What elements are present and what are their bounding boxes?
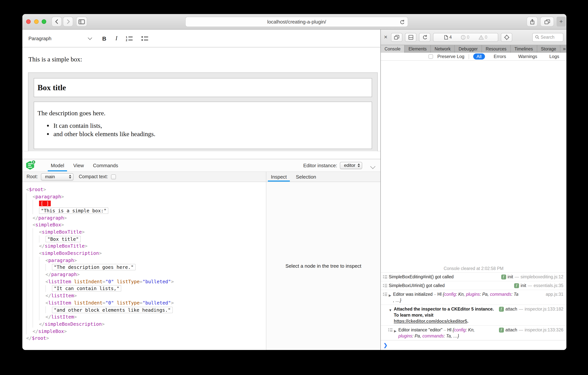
page-resources-item[interactable]: 4 xyxy=(444,35,452,40)
model-tree-line[interactable]: <simpleBoxTitle> xyxy=(26,228,266,235)
model-tree-line[interactable]: "This is a simple box:" xyxy=(26,207,266,214)
tab-resources[interactable]: Resources xyxy=(482,45,511,53)
list-item[interactable]: It can contain lists, xyxy=(53,122,368,130)
model-text-node[interactable]: "It can contain lists," xyxy=(52,285,121,292)
zoom-window-button[interactable] xyxy=(42,19,46,24)
detach-inspector-button[interactable] xyxy=(391,33,402,42)
collapse-triangle-icon[interactable]: ▼ xyxy=(389,307,392,313)
address-bar[interactable]: localhost/creating-a-plugin/ xyxy=(185,17,408,27)
detach-window-icon xyxy=(394,35,399,40)
badge-label: init xyxy=(507,274,513,280)
source-location-link[interactable]: app.js:31 xyxy=(546,291,563,297)
model-tree-line[interactable]: <listItem listIndent="0" listType="bulle… xyxy=(26,278,266,285)
editor-editable-area[interactable]: This is a simple box: Box title The desc… xyxy=(22,47,380,151)
dock-bottom-icon xyxy=(408,35,413,40)
root-select[interactable]: main xyxy=(41,173,74,180)
model-tree-line[interactable]: <listItem listIndent="0" listType="bulle… xyxy=(26,299,266,306)
heading-dropdown[interactable]: Paragraph xyxy=(28,35,91,41)
model-tree-line[interactable]: </simpleBox> xyxy=(26,328,266,335)
editor-instance-select[interactable]: editor xyxy=(340,162,362,169)
more-tabs-button[interactable]: » xyxy=(560,45,567,53)
errors-item[interactable]: 0 xyxy=(461,35,469,40)
filter-warnings[interactable]: Warnings xyxy=(515,54,541,60)
model-tree-line[interactable]: <simpleBox> xyxy=(26,221,266,228)
warnings-item[interactable]: 0 xyxy=(478,35,487,40)
bold-button[interactable]: B xyxy=(102,35,106,42)
list-item[interactable]: and other block elements like headings. xyxy=(53,131,368,138)
model-tree-line[interactable]: </$root> xyxy=(26,335,266,342)
tab-debugger[interactable]: Debugger xyxy=(455,45,482,53)
tab-commands[interactable]: Commands xyxy=(88,159,123,171)
expand-triangle-icon[interactable]: ▶ xyxy=(394,328,397,334)
simple-box-description[interactable]: The description goes here. It can contai… xyxy=(34,102,372,149)
forward-button[interactable] xyxy=(63,17,73,27)
model-tree-line[interactable]: </listItem> xyxy=(26,313,266,320)
model-text-node[interactable]: "This is a simple box:" xyxy=(39,207,108,214)
model-tree-line[interactable]: <$root> xyxy=(26,186,266,193)
indent-guide xyxy=(45,285,52,292)
model-tree-line[interactable]: <paragraph> xyxy=(26,193,266,200)
compact-text-checkbox[interactable] xyxy=(111,174,116,179)
model-tree-line[interactable]: "and other block elements like headings.… xyxy=(26,306,266,313)
source-location-link[interactable]: inspector.js:133:182 xyxy=(525,306,563,312)
filter-logs[interactable]: Logs xyxy=(546,54,563,60)
collapse-inspector-chevron-icon[interactable] xyxy=(370,164,376,167)
model-tree-line[interactable]: [ ] xyxy=(26,200,266,207)
close-window-button[interactable] xyxy=(26,19,31,24)
console-prompt[interactable]: ❯ xyxy=(381,340,567,350)
intro-paragraph[interactable]: This is a simple box: xyxy=(28,56,380,63)
expand-triangle-icon[interactable]: ▶ xyxy=(389,292,391,298)
new-tab-button[interactable]: + xyxy=(556,17,566,27)
filter-errors[interactable]: Errors xyxy=(490,54,509,60)
console-link[interactable]: https://ckeditor.com/docs/ckeditor5 xyxy=(394,319,467,323)
tab-network[interactable]: Network xyxy=(431,45,455,53)
tab-selection[interactable]: Selection xyxy=(291,172,321,182)
filter-all[interactable]: All xyxy=(473,54,485,60)
tab-storage[interactable]: Storage xyxy=(537,45,560,53)
model-tree-line[interactable]: </paragraph> xyxy=(26,214,266,221)
model-text-node[interactable]: "Box title" xyxy=(45,236,81,242)
numbered-list-button[interactable]: 1 2 xyxy=(126,35,133,41)
svg-text:2: 2 xyxy=(126,38,127,41)
model-tree-line[interactable]: <paragraph> xyxy=(26,257,266,264)
bulleted-list-button[interactable] xyxy=(141,35,148,41)
source-location-link[interactable]: simpleboxediting.js:12 xyxy=(521,274,563,280)
model-tree-line[interactable]: "It can contain lists," xyxy=(26,285,266,292)
close-inspector-button[interactable]: ✕ xyxy=(384,34,388,40)
show-tabs-button[interactable] xyxy=(540,17,554,27)
tab-inspect[interactable]: Inspect xyxy=(266,172,291,182)
inspector-search-field[interactable]: Search xyxy=(532,33,563,42)
tab-view[interactable]: View xyxy=(69,159,88,171)
model-tree-line[interactable]: </simpleBoxTitle> xyxy=(26,243,266,250)
ckeditor-logo-icon: 5 xyxy=(26,161,34,170)
tab-model[interactable]: Model xyxy=(46,159,69,171)
tab-console[interactable]: Console xyxy=(381,45,405,53)
dock-inspector-button[interactable] xyxy=(405,33,416,42)
inspector-tabs: Model View Commands xyxy=(46,159,123,171)
italic-button[interactable]: I xyxy=(115,35,117,42)
preserve-log-checkbox[interactable] xyxy=(429,54,433,59)
model-tree-line[interactable]: "The description goes here." xyxy=(26,264,266,271)
model-tree-line[interactable]: </simpleBoxDescription> xyxy=(26,320,266,327)
simple-box-title[interactable]: Box title xyxy=(34,78,372,97)
minimize-window-button[interactable] xyxy=(34,19,39,24)
share-button[interactable] xyxy=(527,17,538,27)
simple-box-widget[interactable]: Box title The description goes here. It … xyxy=(28,72,378,154)
tab-timelines[interactable]: Timelines xyxy=(511,45,537,53)
reload-page-button[interactable] xyxy=(419,33,430,42)
sidebar-button[interactable] xyxy=(76,17,87,27)
model-text-node[interactable]: "The description goes here." xyxy=(52,264,136,271)
model-text-node[interactable]: "and other block elements like headings.… xyxy=(52,307,173,313)
back-button[interactable] xyxy=(52,17,62,27)
model-tree-line[interactable]: </listItem> xyxy=(26,292,266,299)
tab-elements[interactable]: Elements xyxy=(405,45,431,53)
reload-icon[interactable] xyxy=(400,19,405,25)
model-tree-line[interactable]: <simpleBoxDescription> xyxy=(26,250,266,256)
model-tree-line[interactable]: </paragraph> xyxy=(26,271,266,278)
resource-status-group[interactable]: 4 0 xyxy=(433,33,498,42)
element-picker-button[interactable] xyxy=(501,33,512,42)
source-location-link[interactable]: inspector.js:133:326 xyxy=(525,327,563,333)
source-location-link[interactable]: essentials.js:35 xyxy=(534,283,563,288)
model-tree-line[interactable]: "Box title" xyxy=(26,235,266,243)
search-icon xyxy=(535,35,539,39)
